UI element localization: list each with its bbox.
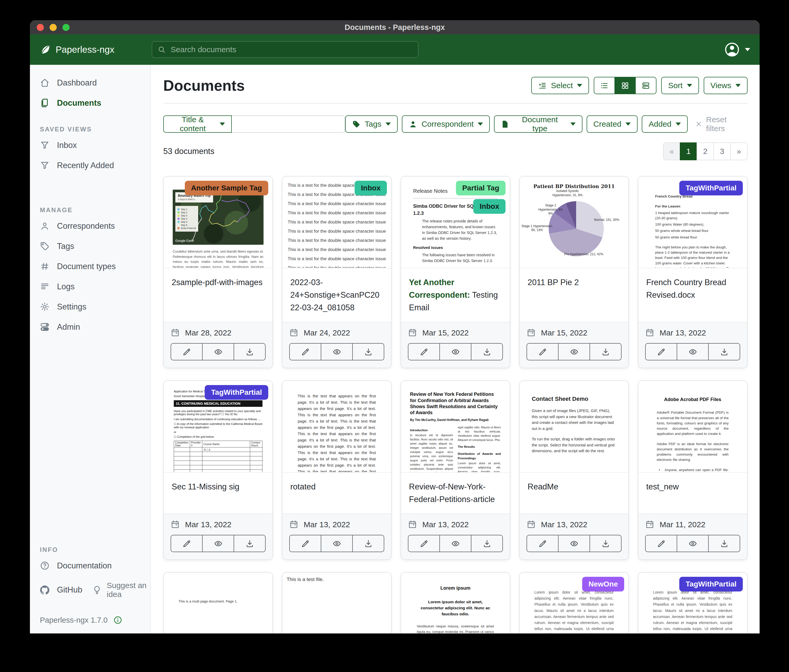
- view-button[interactable]: [558, 535, 590, 552]
- tag-badge[interactable]: TagWithPartial: [679, 577, 743, 591]
- document-title[interactable]: Yet Another Correspondent: Testing Email: [401, 268, 510, 322]
- document-thumbnail[interactable]: This is the text that appears on the fir…: [283, 381, 391, 472]
- view-button[interactable]: [439, 535, 471, 552]
- view-button[interactable]: [321, 343, 353, 360]
- view-button[interactable]: [677, 535, 709, 552]
- document-title[interactable]: Sec 11-Missing sig: [164, 472, 272, 513]
- edit-button[interactable]: [645, 535, 677, 552]
- tag-badge[interactable]: Inbox: [355, 181, 387, 196]
- sidebar-item-dashboard[interactable]: Dashboard: [30, 73, 150, 93]
- search-input[interactable]: [170, 45, 413, 54]
- sidebar-item-settings[interactable]: Settings: [30, 297, 150, 317]
- sidebar-item-documents[interactable]: Documents: [30, 93, 150, 113]
- document-title[interactable]: 2011 BP Pie 2: [520, 268, 628, 309]
- sort-button[interactable]: Sort: [661, 77, 699, 94]
- filter-document-type-button[interactable]: Document type: [494, 115, 582, 133]
- edit-button[interactable]: [645, 343, 677, 360]
- document-thumbnail[interactable]: This is a multi page document. Page 1.: [164, 573, 272, 634]
- document-title[interactable]: test_new: [638, 472, 747, 513]
- document-thumbnail[interactable]: Lorem ipsum dolor sit amet, consectetur …: [520, 573, 628, 634]
- app-brand[interactable]: Paperless-ngx: [39, 43, 152, 56]
- view-button[interactable]: [558, 343, 590, 360]
- sidebar-item-tags[interactable]: Tags: [30, 236, 150, 256]
- document-thumbnail[interactable]: Patient BP Distribution 2011Normal, 151,…: [520, 177, 628, 268]
- sidebar-item-recently-added[interactable]: Recently Added: [30, 155, 150, 175]
- view-mode-list-button[interactable]: [594, 77, 615, 94]
- edit-button[interactable]: [527, 535, 559, 552]
- view-mode-detail-button[interactable]: [635, 77, 656, 94]
- sidebar-item-github[interactable]: GitHub: [30, 580, 82, 600]
- page-»[interactable]: »: [730, 142, 747, 160]
- view-button[interactable]: [677, 343, 709, 360]
- document-thumbnail[interactable]: French Country BreadFor the Leaven1 heap…: [638, 177, 747, 268]
- view-button[interactable]: [439, 343, 471, 360]
- download-button[interactable]: [708, 343, 740, 360]
- document-thumbnail[interactable]: This is a test file.: [283, 573, 391, 634]
- document-thumbnail[interactable]: Adobe Acrobat PDF FilesAdobe® Portable D…: [638, 381, 747, 472]
- download-button[interactable]: [708, 535, 740, 552]
- page-1[interactable]: 1: [680, 142, 697, 160]
- zoom-button[interactable]: [62, 24, 70, 31]
- page-3[interactable]: 3: [713, 142, 731, 160]
- tag-badge[interactable]: Partial Tag: [456, 181, 506, 196]
- tag-badge[interactable]: TagWithPartial: [205, 385, 268, 400]
- edit-button[interactable]: [527, 343, 559, 360]
- views-button[interactable]: Views: [704, 77, 747, 94]
- view-button[interactable]: [202, 535, 234, 552]
- document-thumbnail[interactable]: Boundary Waters Trip6 days in BWCADay 1D…: [164, 177, 272, 268]
- tag-badge[interactable]: Another Sample Tag: [185, 181, 268, 196]
- edit-button[interactable]: [408, 535, 440, 552]
- tag-badge[interactable]: NewOne: [582, 577, 624, 591]
- download-button[interactable]: [471, 343, 503, 360]
- tag-badge[interactable]: Inbox: [473, 199, 506, 214]
- minimize-button[interactable]: [50, 24, 57, 31]
- document-title[interactable]: French Country Bread Revised.docx: [638, 268, 747, 309]
- document-thumbnail[interactable]: Release NotesSimba ODBC Driver for SQL S…: [401, 177, 510, 268]
- document-title[interactable]: 2022-03-24+Sonstige+ScanPC2022-03-24_081…: [283, 268, 391, 322]
- sidebar-item-correspondents[interactable]: Correspondents: [30, 216, 150, 236]
- sidebar-item-inbox[interactable]: Inbox: [30, 135, 150, 155]
- document-thumbnail[interactable]: Contact Sheet DemoGiven a set of image f…: [520, 381, 628, 472]
- sidebar-item-logs[interactable]: Logs: [30, 277, 150, 297]
- document-title[interactable]: 2sample-pdf-with-images: [164, 268, 272, 309]
- filter-text-input[interactable]: [232, 115, 345, 133]
- filter-field-dropdown[interactable]: Title & content: [163, 115, 232, 133]
- edit-button[interactable]: [171, 343, 203, 360]
- document-thumbnail[interactable]: This is a test for the double space char…: [283, 177, 391, 268]
- close-button[interactable]: [37, 24, 44, 31]
- document-title[interactable]: rotated: [283, 472, 391, 513]
- download-button[interactable]: [233, 535, 266, 552]
- document-thumbnail[interactable]: Lorem ipsumLorem ipsum dolor sit amet, c…: [401, 573, 510, 634]
- filter-created-button[interactable]: Created: [587, 115, 638, 133]
- sidebar-item-document-types[interactable]: Document types: [30, 256, 150, 277]
- download-button[interactable]: [233, 343, 266, 360]
- download-button[interactable]: [589, 343, 621, 360]
- download-button[interactable]: [352, 535, 384, 552]
- edit-button[interactable]: [289, 535, 321, 552]
- select-button[interactable]: Select: [531, 77, 589, 94]
- document-thumbnail[interactable]: Application for Medical Staff MembersGoo…: [164, 381, 272, 472]
- sidebar-item-suggest-idea[interactable]: Suggest an idea: [82, 576, 150, 604]
- filter-added-button[interactable]: Added: [642, 115, 688, 133]
- edit-button[interactable]: [289, 343, 321, 360]
- download-button[interactable]: [471, 535, 503, 552]
- filter-tags-button[interactable]: Tags: [345, 115, 398, 133]
- view-button[interactable]: [321, 535, 353, 552]
- page-«[interactable]: «: [663, 142, 680, 160]
- edit-button[interactable]: [171, 535, 203, 552]
- reset-filters-button[interactable]: Reset filters: [695, 115, 747, 133]
- document-title[interactable]: Review-of-New-York-Federal-Petitions-art…: [401, 472, 510, 514]
- edit-button[interactable]: [408, 343, 440, 360]
- document-thumbnail[interactable]: Review of New York Federal Petitions for…: [401, 381, 510, 472]
- download-button[interactable]: [352, 343, 384, 360]
- sidebar-item-documentation[interactable]: Documentation: [30, 556, 150, 576]
- document-thumbnail[interactable]: Lorem ipsum dolor sit amet, consectetur …: [638, 573, 747, 634]
- view-mode-grid-button[interactable]: [615, 77, 636, 94]
- sidebar-item-admin[interactable]: Admin: [30, 317, 150, 337]
- download-button[interactable]: [589, 535, 621, 552]
- user-menu[interactable]: [724, 41, 750, 58]
- tag-badge[interactable]: TagWithPartial: [679, 181, 743, 196]
- view-button[interactable]: [202, 343, 234, 360]
- document-title[interactable]: ReadMe: [520, 472, 628, 513]
- filter-correspondent-button[interactable]: Correspondent: [402, 115, 490, 133]
